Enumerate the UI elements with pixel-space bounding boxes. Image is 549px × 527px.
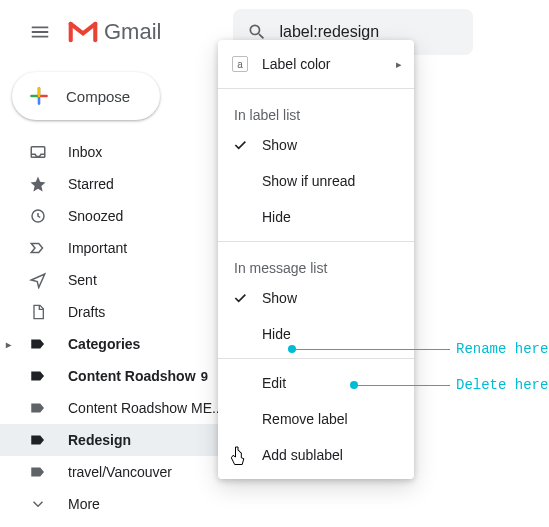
annotation-line — [292, 349, 450, 350]
menu-item-label: Hide — [262, 326, 291, 342]
annotation-delete: Delete here — [456, 377, 548, 393]
sidebar-label: travel/Vancouver — [68, 464, 172, 480]
sidebar-label: Content Roadshow — [68, 368, 196, 384]
label-icon — [28, 366, 48, 386]
sidebar-label: Sent — [68, 272, 97, 288]
clock-icon — [28, 206, 48, 226]
menu-item-label: Remove label — [262, 411, 348, 427]
menu-item-label: Show — [262, 137, 297, 153]
menu-add-sublabel[interactable]: Add sublabel — [218, 437, 414, 473]
chevron-right-icon: ▸ — [396, 58, 402, 71]
chevron-down-icon — [28, 494, 48, 514]
inbox-icon — [28, 142, 48, 162]
label-icon — [28, 334, 48, 354]
product-name: Gmail — [104, 19, 161, 45]
menu-item-label: Edit — [262, 375, 286, 391]
label-icon — [28, 462, 48, 482]
menu-show-if-unread[interactable]: Show if unread — [218, 163, 414, 199]
gmail-logo[interactable]: Gmail — [68, 19, 161, 45]
main-menu-icon[interactable] — [16, 8, 64, 56]
menu-item-label: Show — [262, 290, 297, 306]
expand-caret-icon[interactable]: ▸ — [6, 339, 11, 350]
sidebar-label: Content Roadshow ME... — [68, 400, 224, 416]
menu-section-message-list: In message list — [218, 248, 414, 280]
sidebar-label: Drafts — [68, 304, 105, 320]
menu-show-label-list[interactable]: Show — [218, 127, 414, 163]
drafts-icon — [28, 302, 48, 322]
sidebar-label: Categories — [68, 336, 140, 352]
menu-hide-label-list[interactable]: Hide — [218, 199, 414, 235]
menu-item-label: Hide — [262, 209, 291, 225]
menu-divider — [218, 241, 414, 242]
sidebar-label: Inbox — [68, 144, 102, 160]
menu-edit[interactable]: Edit — [218, 365, 414, 401]
menu-divider — [218, 358, 414, 359]
menu-item-label: Label color — [262, 56, 331, 72]
important-icon — [28, 238, 48, 258]
unread-count: 9 — [201, 369, 208, 384]
sidebar-label: Redesign — [68, 432, 131, 448]
compose-label: Compose — [66, 88, 130, 105]
color-swatch-icon: a — [232, 56, 262, 72]
check-icon — [232, 137, 262, 153]
svg-rect-0 — [31, 147, 45, 158]
sidebar-label: Snoozed — [68, 208, 123, 224]
hamburger-icon — [29, 21, 51, 43]
gmail-m-icon — [68, 21, 98, 43]
sidebar-label: Starred — [68, 176, 114, 192]
search-icon — [247, 22, 267, 42]
check-icon — [232, 290, 262, 306]
sidebar-label: More — [68, 496, 100, 512]
label-icon — [28, 430, 48, 450]
star-icon — [28, 174, 48, 194]
plus-icon — [26, 83, 52, 109]
menu-item-label: Add sublabel — [262, 447, 343, 463]
label-context-menu: a Label color ▸ In label list Show Show … — [218, 40, 414, 479]
menu-section-label-list: In label list — [218, 95, 414, 127]
menu-remove-label[interactable]: Remove label — [218, 401, 414, 437]
search-value: label:redesign — [279, 23, 379, 41]
sidebar-item-more[interactable]: More — [0, 488, 256, 520]
menu-item-label: Show if unread — [262, 173, 355, 189]
menu-divider — [218, 88, 414, 89]
label-icon — [28, 398, 48, 418]
menu-show-message-list[interactable]: Show — [218, 280, 414, 316]
annotation-rename: Rename here — [456, 341, 548, 357]
menu-hide-message-list[interactable]: Hide — [218, 316, 414, 352]
annotation-line — [354, 385, 450, 386]
menu-label-color[interactable]: a Label color ▸ — [218, 46, 414, 82]
sidebar-label: Important — [68, 240, 127, 256]
sent-icon — [28, 270, 48, 290]
compose-button[interactable]: Compose — [12, 72, 160, 120]
